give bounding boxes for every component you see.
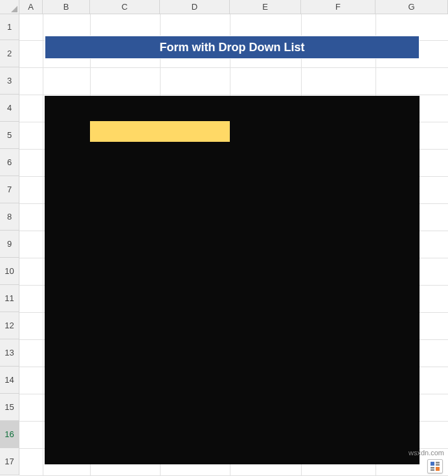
col-header-D[interactable]: D [160, 0, 230, 14]
svg-rect-4 [431, 470, 434, 471]
row-header-16[interactable]: 16 [0, 421, 19, 448]
row-header-13[interactable]: 13 [0, 339, 19, 367]
select-all-corner[interactable] [0, 0, 19, 14]
spreadsheet-grid: A B C D E F G [0, 0, 448, 14]
svg-rect-0 [431, 462, 434, 466]
col-header-C[interactable]: C [90, 0, 160, 14]
row-header-11[interactable]: 11 [0, 285, 19, 312]
row-header-15[interactable]: 15 [0, 394, 19, 421]
col-header-F[interactable]: F [301, 0, 375, 14]
watermark-text: wsxdn.com [409, 449, 444, 457]
row-header-5[interactable]: 5 [0, 122, 19, 149]
quick-analysis-button[interactable] [427, 459, 443, 473]
col-header-A[interactable]: A [19, 0, 43, 14]
row-header-1[interactable]: 1 [0, 14, 19, 40]
svg-rect-2 [436, 464, 440, 466]
cells-area[interactable]: Form with Drop Down List [19, 14, 448, 476]
yellow-highlight-box [90, 121, 230, 142]
row-header-17[interactable]: 17 [0, 448, 19, 475]
svg-rect-3 [431, 467, 434, 469]
row-header-3[interactable]: 3 [0, 67, 19, 95]
svg-rect-5 [436, 467, 440, 471]
row-header-8[interactable]: 8 [0, 203, 19, 231]
form-panel [45, 96, 420, 464]
row-header-14[interactable]: 14 [0, 367, 19, 394]
col-header-B[interactable]: B [43, 0, 90, 14]
row-header-10[interactable]: 10 [0, 258, 19, 285]
quick-analysis-icon [431, 462, 440, 471]
col-header-E[interactable]: E [230, 0, 301, 14]
row-header-4[interactable]: 4 [0, 95, 19, 122]
row-header-9[interactable]: 9 [0, 231, 19, 258]
title-banner: Form with Drop Down List [45, 36, 420, 59]
gridline-vertical [43, 14, 43, 476]
row-headers: 1234567891011121314151617 [0, 14, 19, 475]
gridline-horizontal [19, 67, 448, 68]
row-header-12[interactable]: 12 [0, 312, 19, 339]
col-header-G[interactable]: G [375, 0, 448, 14]
row-header-2[interactable]: 2 [0, 40, 19, 67]
row-header-6[interactable]: 6 [0, 149, 19, 176]
svg-rect-1 [436, 462, 440, 464]
gridline-horizontal [19, 95, 448, 95]
row-header-7[interactable]: 7 [0, 176, 19, 203]
